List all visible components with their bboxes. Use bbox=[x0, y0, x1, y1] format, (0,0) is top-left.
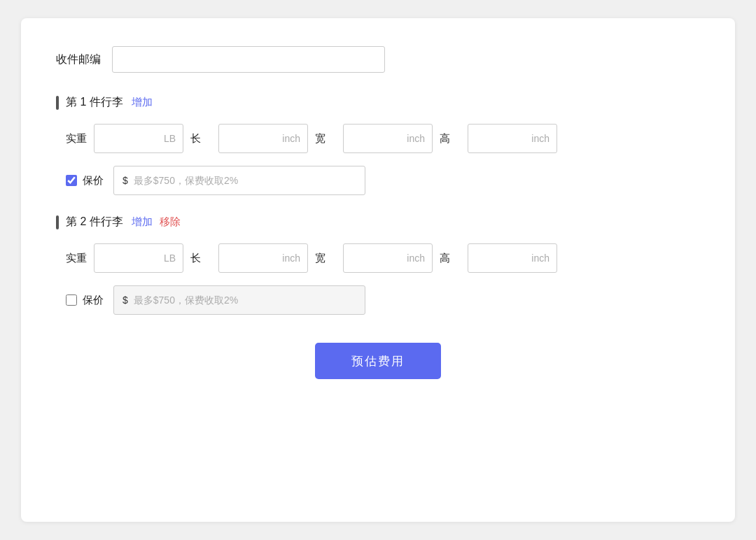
luggage1-insurance-checkbox[interactable] bbox=[66, 175, 77, 186]
luggage1-insurance-input[interactable] bbox=[134, 175, 356, 186]
luggage1-insurance-wrapper: $ bbox=[113, 166, 365, 195]
postal-row: 收件邮编 bbox=[56, 46, 700, 73]
luggage2-insurance-input bbox=[134, 294, 356, 306]
luggage1-height-input[interactable] bbox=[468, 124, 557, 153]
luggage1-insurance-label[interactable]: 保价 bbox=[83, 174, 104, 187]
luggage1-title: 第 1 件行李 bbox=[66, 95, 123, 110]
postal-label: 收件邮编 bbox=[56, 52, 101, 67]
luggage1-add-button[interactable]: 增加 bbox=[132, 96, 153, 109]
luggage2-insurance-row: 保价 $ bbox=[66, 285, 700, 315]
luggage2-width-input[interactable] bbox=[343, 243, 433, 273]
luggage2-length-label: 长 bbox=[190, 252, 211, 265]
luggage2-insurance-checkbox[interactable] bbox=[66, 294, 77, 306]
luggage2-dims-row: 实重 长 宽 高 bbox=[66, 243, 700, 273]
luggage2-section: 第 2 件行李 增加 移除 实重 长 宽 高 保价 $ bbox=[56, 215, 700, 315]
luggage1-insurance-row: 保价 $ bbox=[66, 166, 700, 195]
main-card: 收件邮编 第 1 件行李 增加 实重 长 宽 高 保价 $ bbox=[21, 18, 735, 522]
submit-row: 预估费用 bbox=[56, 343, 700, 379]
luggage1-bar bbox=[56, 96, 59, 110]
luggage1-length-input[interactable] bbox=[218, 124, 308, 153]
luggage1-currency-symbol: $ bbox=[122, 175, 128, 186]
luggage2-header: 第 2 件行李 增加 移除 bbox=[56, 215, 700, 229]
luggage2-add-button[interactable]: 增加 bbox=[132, 215, 153, 229]
luggage2-weight-input[interactable] bbox=[94, 243, 183, 273]
luggage2-currency-symbol: $ bbox=[122, 294, 128, 306]
luggage1-width-input[interactable] bbox=[343, 124, 433, 153]
luggage2-title: 第 2 件行李 bbox=[66, 215, 123, 229]
luggage1-length-label: 长 bbox=[190, 132, 211, 145]
luggage2-width-label: 宽 bbox=[315, 252, 336, 265]
luggage1-header: 第 1 件行李 增加 bbox=[56, 95, 700, 110]
luggage1-height-label: 高 bbox=[440, 132, 461, 145]
luggage2-height-label: 高 bbox=[440, 252, 461, 265]
luggage1-dims-row: 实重 长 宽 高 bbox=[66, 124, 700, 153]
submit-button[interactable]: 预估费用 bbox=[315, 343, 441, 379]
luggage2-insurance-label[interactable]: 保价 bbox=[83, 294, 104, 307]
luggage2-remove-button[interactable]: 移除 bbox=[160, 215, 181, 229]
luggage1-weight-input[interactable] bbox=[94, 124, 183, 153]
luggage2-weight-label: 实重 bbox=[66, 252, 87, 265]
luggage1-width-label: 宽 bbox=[315, 132, 336, 145]
luggage1-weight-label: 实重 bbox=[66, 132, 87, 145]
luggage2-bar bbox=[56, 215, 59, 229]
luggage2-length-input[interactable] bbox=[218, 243, 308, 273]
luggage2-insurance-wrapper: $ bbox=[113, 285, 365, 315]
luggage1-section: 第 1 件行李 增加 实重 长 宽 高 保价 $ bbox=[56, 95, 700, 195]
luggage2-height-input[interactable] bbox=[468, 243, 557, 273]
postal-input[interactable] bbox=[112, 46, 385, 73]
